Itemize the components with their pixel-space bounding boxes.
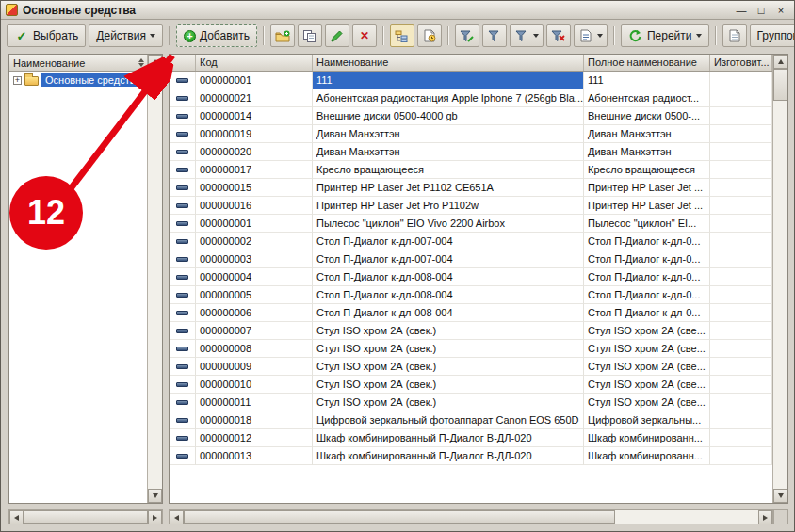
cell-name[interactable]: Принтер HP Laser Jet P1102 CE651A: [313, 179, 584, 197]
cell-full-name[interactable]: Цифровой зеркальны...: [584, 411, 710, 429]
table-row[interactable]: 000000021 Абонентская радиостанция Apple…: [170, 89, 772, 107]
column-header-manufacturer[interactable]: Изготовит...: [710, 55, 772, 71]
table-row[interactable]: 000000005 Стол П-Диалог к-дл-008-004 Сто…: [170, 286, 772, 304]
tree-item[interactable]: Основные средства: [9, 72, 147, 89]
history-button[interactable]: [417, 24, 442, 47]
add-copy-button[interactable]: [298, 24, 322, 47]
cell-name[interactable]: Стул ISO хром 2А (свек.): [313, 340, 584, 358]
table-row[interactable]: 000000002 Стол П-Диалог к-дл-007-004 Сто…: [170, 233, 772, 250]
cell-code[interactable]: 000000002: [196, 233, 313, 250]
cell-code[interactable]: 000000001: [196, 215, 313, 233]
table-row[interactable]: 000000019 Диван Манхэттэн Диван Манхэттэ…: [170, 125, 772, 143]
cell-manufacturer[interactable]: [710, 358, 772, 376]
cell-full-name[interactable]: 111: [584, 72, 710, 89]
clear-filter-button[interactable]: [546, 24, 571, 47]
cell-code[interactable]: 000000020: [196, 143, 313, 161]
cell-manufacturer[interactable]: [710, 161, 772, 179]
cell-manufacturer[interactable]: [710, 197, 772, 215]
column-header-full-name[interactable]: Полное наименование: [584, 55, 710, 71]
cell-manufacturer[interactable]: [710, 89, 772, 107]
hierarchy-view-button[interactable]: [390, 24, 414, 47]
table-row[interactable]: 000000016 Принтер HP Laser Jet Pro P1102…: [170, 197, 772, 215]
cell-full-name[interactable]: Стул ISO хром 2А (све...: [584, 376, 710, 394]
column-header-name[interactable]: Наименование: [313, 55, 584, 71]
cell-manufacturer[interactable]: [710, 340, 772, 358]
report-button[interactable]: [722, 24, 747, 47]
cell-code[interactable]: 000000015: [196, 179, 313, 197]
edit-button[interactable]: [325, 24, 349, 47]
cell-full-name[interactable]: Шкаф комбинированн...: [584, 447, 710, 465]
cell-code[interactable]: 000000021: [196, 89, 313, 107]
minimize-button[interactable]: —: [733, 3, 750, 18]
scroll-track[interactable]: [148, 69, 162, 489]
table-row[interactable]: 000000009 Стул ISO хром 2А (свек.) Стул …: [170, 358, 772, 376]
cell-full-name[interactable]: Стул ISO хром 2А (све...: [584, 322, 710, 340]
tree-vertical-scrollbar[interactable]: [147, 55, 162, 503]
cell-name[interactable]: Стул ISO хром 2А (свек.): [313, 394, 584, 411]
cell-manufacturer[interactable]: [710, 376, 772, 394]
cell-name[interactable]: Пылесос "циклон" EIO Vivo 2200 Airbox: [313, 215, 584, 233]
cell-full-name[interactable]: Стол П-Диалог к-дл-0...: [584, 286, 710, 304]
cell-code[interactable]: 000000005: [196, 286, 313, 304]
cell-code[interactable]: 000000011: [196, 394, 313, 411]
filter-by-value-button[interactable]: [482, 24, 507, 47]
cell-full-name[interactable]: Принтер HP Laser Jet ...: [584, 179, 710, 197]
cell-full-name[interactable]: Шкаф комбинированн...: [584, 429, 710, 447]
cell-full-name[interactable]: Стол П-Диалог к-дл-0...: [584, 250, 710, 268]
goto-button[interactable]: Перейти: [621, 24, 709, 47]
table-row[interactable]: 000000010 Стул ISO хром 2А (свек.) Стул …: [170, 376, 772, 394]
cell-full-name[interactable]: Стул ISO хром 2А (све...: [584, 340, 710, 358]
group-add-button[interactable]: Групповое добавление: [750, 24, 795, 47]
scroll-thumb[interactable]: [24, 510, 148, 524]
filter-history-button[interactable]: [510, 24, 544, 47]
table-row[interactable]: 000000004 Стол П-Диалог к-дл-008-004 Сто…: [170, 268, 772, 286]
cell-code[interactable]: 000000016: [196, 197, 313, 215]
cell-manufacturer[interactable]: [710, 286, 772, 304]
close-button[interactable]: ×: [772, 3, 789, 18]
tree-horizontal-scrollbar[interactable]: [8, 509, 163, 524]
table-row[interactable]: 000000018 Цифровой зеркальный фотоаппара…: [170, 411, 772, 429]
scroll-down-button[interactable]: [148, 489, 162, 503]
expand-icon[interactable]: [13, 76, 22, 85]
table-row[interactable]: 000000014 Внешние диски 0500-4000 gb Вне…: [170, 107, 772, 125]
cell-code[interactable]: 000000013: [196, 447, 313, 465]
cell-full-name[interactable]: Пылесос "циклон" EI...: [584, 215, 710, 233]
cell-name[interactable]: Абонентская радиостанция Apple Iphone 7 …: [313, 89, 584, 107]
cell-manufacturer[interactable]: [710, 143, 772, 161]
table-row[interactable]: 000000006 Стол П-Диалог к-дл-008-004 Сто…: [170, 304, 772, 322]
scroll-left-button[interactable]: [9, 510, 24, 524]
cell-full-name[interactable]: Кресло вращающееся: [584, 161, 710, 179]
cell-code[interactable]: 000000008: [196, 340, 313, 358]
cell-manufacturer[interactable]: [710, 411, 772, 429]
cell-full-name[interactable]: Стол П-Диалог к-дл-0...: [584, 268, 710, 286]
actions-button[interactable]: Действия: [89, 24, 163, 47]
scroll-track[interactable]: [773, 69, 787, 489]
cell-name[interactable]: Шкаф комбинированный П-Диалог В-ДЛ-020: [313, 429, 584, 447]
cell-code[interactable]: 000000014: [196, 107, 313, 125]
cell-full-name[interactable]: Стол П-Диалог к-дл-0...: [584, 233, 710, 250]
cell-full-name[interactable]: Диван Манхэттэн: [584, 143, 710, 161]
cell-name[interactable]: Стол П-Диалог к-дл-008-004: [313, 304, 584, 322]
cell-manufacturer[interactable]: [710, 107, 772, 125]
scroll-thumb[interactable]: [773, 69, 787, 101]
cell-manufacturer[interactable]: [710, 447, 772, 465]
cell-code[interactable]: 000000018: [196, 411, 313, 429]
cell-code[interactable]: 000000004: [196, 268, 313, 286]
cell-manufacturer[interactable]: [710, 215, 772, 233]
scroll-up-button[interactable]: [148, 55, 162, 69]
cell-manufacturer[interactable]: [710, 125, 772, 143]
cell-name[interactable]: Стол П-Диалог к-дл-008-004: [313, 268, 584, 286]
cell-manufacturer[interactable]: [710, 233, 772, 250]
cell-name[interactable]: Стул ISO хром 2А (свек.): [313, 358, 584, 376]
cell-name[interactable]: Принтер HP Laser Jet Pro P1102w: [313, 197, 584, 215]
cell-name[interactable]: Стол П-Диалог к-дл-008-004: [313, 286, 584, 304]
table-row[interactable]: 000000011 Стул ISO хром 2А (свек.) Стул …: [170, 394, 772, 411]
cell-name[interactable]: Шкаф комбинированный П-Диалог В-ДЛ-020: [313, 447, 584, 465]
sort-icon[interactable]: [138, 58, 144, 67]
column-header-code[interactable]: Код: [196, 55, 313, 71]
cell-name[interactable]: Стул ISO хром 2А (свек.): [313, 322, 584, 340]
cell-name[interactable]: Диван Манхэттэн: [313, 125, 584, 143]
cell-full-name[interactable]: Принтер HP Laser Jet ...: [584, 197, 710, 215]
scroll-thumb[interactable]: [184, 510, 615, 524]
table-row[interactable]: 000000015 Принтер HP Laser Jet P1102 CE6…: [170, 179, 772, 197]
